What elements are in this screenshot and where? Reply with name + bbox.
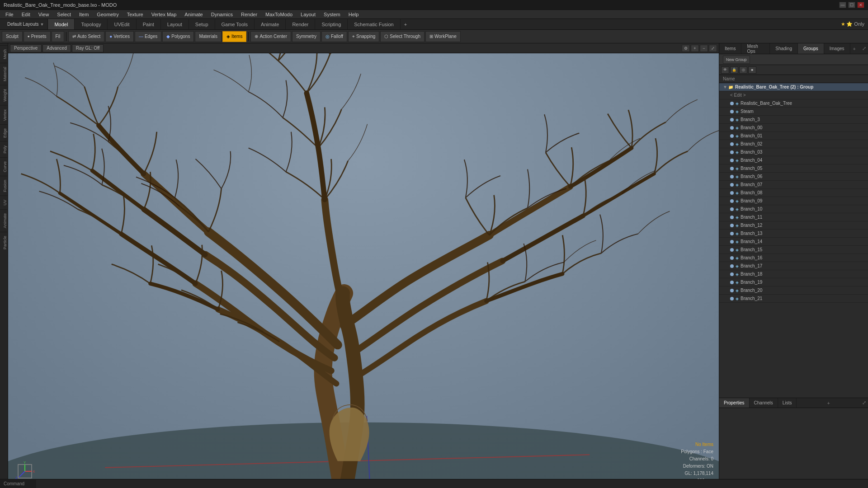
scene-eye-icon[interactable]: 👁: [721, 66, 729, 74]
fill-button[interactable]: Fil: [52, 31, 65, 42]
minimize-button[interactable]: —: [839, 2, 846, 8]
scene-item-branch-15[interactable]: ◈ Branch_15: [719, 246, 868, 254]
scene-item-branch-08[interactable]: ◈ Branch_08: [719, 189, 868, 197]
scene-item-realistic-oak[interactable]: ◈ Realistic_Bare_Oak_Tree: [719, 99, 868, 108]
menu-item[interactable]: Item: [75, 11, 92, 18]
scene-item-branch-16[interactable]: ◈ Branch_16: [719, 254, 868, 262]
sculpt-button[interactable]: Sculpt: [2, 31, 23, 42]
auto-select-button[interactable]: ⇌ Auto Select: [68, 31, 104, 42]
sidebar-item-mesh[interactable]: Mesh: [0, 45, 8, 63]
tab-schematic[interactable]: Schematic Fusion: [348, 19, 400, 29]
menu-animate[interactable]: Animate: [181, 11, 206, 18]
sidebar-item-poly[interactable]: Poly: [0, 141, 8, 157]
menu-maxtomodo[interactable]: MaxToModo: [262, 11, 296, 18]
presets-button[interactable]: ● Presets: [24, 31, 51, 42]
scene-item-branch-14[interactable]: ◈ Branch_14: [719, 238, 868, 246]
tab-paint[interactable]: Paint: [137, 19, 161, 29]
tab-uvedit[interactable]: UVEdit: [108, 19, 136, 29]
materials-button[interactable]: Materials: [195, 31, 222, 42]
rp-tab-meshops[interactable]: Mesh Ops: [741, 43, 770, 54]
sidebar-item-edge[interactable]: Edge: [0, 124, 8, 141]
scene-render-icon[interactable]: ◎: [739, 66, 747, 74]
scene-item-branch-13[interactable]: ◈ Branch_13: [719, 230, 868, 238]
titlebar-controls[interactable]: — ☐ ✕: [839, 2, 864, 8]
sidebar-item-animate[interactable]: Animate: [0, 209, 8, 232]
scene-item-edit[interactable]: < Edit >: [719, 91, 868, 99]
rp-tab-shading[interactable]: Shading: [770, 43, 798, 54]
viewport-expand-icon[interactable]: ⤢: [709, 45, 717, 52]
menu-file[interactable]: File: [2, 11, 17, 18]
prop-tab-channels[interactable]: Channels: [750, 398, 778, 408]
viewport-zoom-in-icon[interactable]: +: [691, 45, 699, 52]
viewport-canvas[interactable]: No Items Polygons : Face Channels: 0 Def…: [8, 53, 719, 488]
edges-button[interactable]: — Edges: [135, 31, 161, 42]
rp-tab-groups[interactable]: Groups: [798, 43, 824, 54]
menu-help[interactable]: Help: [345, 11, 363, 18]
scene-item-branch-02[interactable]: ◈ Branch_02: [719, 140, 868, 148]
snapping-button[interactable]: ⌖ Snapping: [348, 31, 379, 42]
workplane-button[interactable]: ⊞ WorkPlane: [425, 31, 461, 42]
menu-view[interactable]: View: [35, 11, 53, 18]
tab-scripting[interactable]: Scripting: [315, 19, 348, 29]
viewport[interactable]: Perspective Advanced Ray GL: Off ⚙ + − ⤢: [8, 43, 719, 488]
prop-tab-lists[interactable]: Lists: [778, 398, 797, 408]
select-through-button[interactable]: ⬡ Select Through: [380, 31, 425, 42]
viewport-zoom-out-icon[interactable]: −: [700, 45, 708, 52]
sidebar-item-particle[interactable]: Particle: [0, 232, 8, 253]
maximize-button[interactable]: ☐: [848, 2, 855, 8]
action-center-button[interactable]: ⊕ Action Center: [250, 31, 291, 42]
scene-item-branch-01[interactable]: ◈ Branch_01: [719, 132, 868, 140]
scene-item-branch-21[interactable]: ◈ Branch_21: [719, 295, 868, 303]
scene-item-branch-09[interactable]: ◈ Branch_09: [719, 197, 868, 205]
scene-item-branch-17[interactable]: ◈ Branch_17: [719, 262, 868, 270]
polygons-button[interactable]: ◆ Polygons: [162, 31, 194, 42]
scene-item-branch-3[interactable]: ◈ Branch_3: [719, 116, 868, 124]
tab-render[interactable]: Render: [286, 19, 315, 29]
items-button[interactable]: ◈ Items: [222, 31, 246, 42]
scene-item-branch-05[interactable]: ◈ Branch_05: [719, 164, 868, 173]
commandbar-input[interactable]: [36, 480, 868, 488]
menu-render[interactable]: Render: [237, 11, 261, 18]
rp-tab-items[interactable]: Items: [719, 43, 741, 54]
scene-item-branch-07[interactable]: ◈ Branch_07: [719, 181, 868, 189]
scene-item-branch-20[interactable]: ◈ Branch_20: [719, 286, 868, 295]
tab-setup[interactable]: Setup: [189, 19, 215, 29]
new-group-button[interactable]: New Group: [723, 56, 750, 64]
scene-item-branch-04[interactable]: ◈ Branch_04: [719, 156, 868, 164]
close-button[interactable]: ✕: [857, 2, 864, 8]
prop-tab-add[interactable]: +: [824, 398, 832, 408]
tab-model[interactable]: Model: [48, 19, 75, 29]
scene-item-steam[interactable]: ◈ Steam: [719, 108, 868, 116]
menu-layout[interactable]: Layout: [297, 11, 319, 18]
rp-tab-add[interactable]: +: [850, 43, 859, 54]
menu-edit[interactable]: Edit: [18, 11, 34, 18]
prop-tab-properties[interactable]: Properties: [719, 398, 750, 408]
perspective-button[interactable]: Perspective: [10, 44, 42, 52]
scene-item-branch-18[interactable]: ◈ Branch_18: [719, 270, 868, 278]
falloff-button[interactable]: ◎ Falloff: [321, 31, 347, 42]
tab-topology[interactable]: Topology: [75, 19, 108, 29]
menu-system[interactable]: System: [320, 11, 344, 18]
sidebar-item-material[interactable]: Material: [0, 63, 8, 85]
symmetry-button[interactable]: Symmetry: [292, 31, 321, 42]
menu-vertexmap[interactable]: Vertex Map: [148, 11, 180, 18]
add-tab-button[interactable]: +: [401, 19, 410, 29]
scene-item-branch-19[interactable]: ◈ Branch_19: [719, 278, 868, 286]
scene-item-branch-00[interactable]: ◈ Branch_00: [719, 124, 868, 132]
tab-gametools[interactable]: Game Tools: [215, 19, 255, 29]
tab-layout[interactable]: Layout: [161, 19, 189, 29]
vertices-button[interactable]: ● Vertices: [105, 31, 134, 42]
raygl-button[interactable]: Ray GL: Off: [72, 44, 104, 52]
scene-item-branch-06[interactable]: ◈ Branch_06: [719, 173, 868, 181]
sidebar-item-vertex[interactable]: Vertex: [0, 105, 8, 125]
rp-tab-images[interactable]: Images: [824, 43, 850, 54]
scene-item-branch-12[interactable]: ◈ Branch_12: [719, 221, 868, 230]
menu-geometry[interactable]: Geometry: [93, 11, 122, 18]
viewport-settings-icon[interactable]: ⚙: [682, 45, 690, 52]
sidebar-item-fusion[interactable]: Fusion: [0, 176, 8, 196]
scene-lock-icon[interactable]: 🔒: [730, 66, 738, 74]
sidebar-item-weight[interactable]: Weight: [0, 85, 8, 105]
menu-select[interactable]: Select: [53, 11, 75, 18]
layouts-dropdown[interactable]: Default Layouts ▼: [4, 19, 47, 29]
rp-expand-icon[interactable]: ⤢: [860, 43, 868, 54]
